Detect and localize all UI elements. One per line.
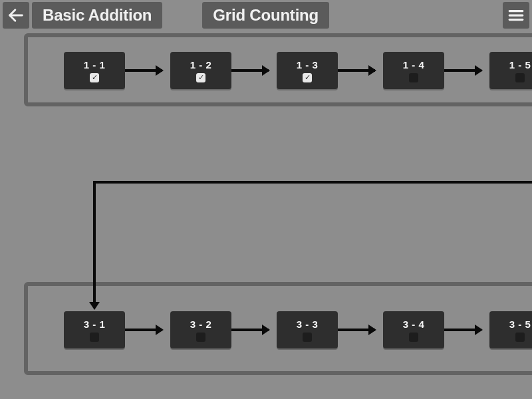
level-node-3-1[interactable]: 3 - 1: [64, 311, 125, 348]
menu-button[interactable]: [503, 2, 529, 29]
level-label: 1 - 2: [190, 59, 212, 70]
level-node-1-1[interactable]: 1 - 1 ✓: [64, 52, 125, 89]
level-map-stage: 1 - 1 ✓ 1 - 2 ✓ 1 - 3 ✓ 1 - 4 1 - 5 3 - …: [0, 0, 532, 399]
unchecked-box-icon: [515, 73, 525, 82]
level-node-3-2[interactable]: 3 - 2: [170, 311, 231, 348]
hamburger-icon: [507, 7, 525, 24]
level-node-1-2[interactable]: 1 - 2 ✓: [170, 52, 231, 89]
connector-arrow: [444, 329, 481, 331]
level-label: 1 - 4: [403, 59, 425, 70]
breadcrumb-parent[interactable]: Basic Addition: [32, 2, 162, 29]
checkmark-icon: ✓: [90, 73, 99, 82]
unchecked-box-icon: [409, 332, 418, 342]
checkmark-icon: ✓: [196, 73, 205, 82]
level-node-1-5[interactable]: 1 - 5: [489, 52, 532, 89]
connector-arrow: [338, 69, 375, 72]
level-label: 3 - 3: [297, 319, 319, 330]
level-label: 1 - 5: [509, 59, 531, 70]
connector-arrow: [338, 329, 375, 331]
level-node-3-5[interactable]: 3 - 5: [489, 311, 532, 348]
level-label: 3 - 2: [190, 319, 212, 330]
unchecked-box-icon: [90, 332, 99, 342]
level-node-1-3[interactable]: 1 - 3 ✓: [277, 52, 338, 89]
checkmark-icon: ✓: [303, 73, 312, 82]
unchecked-box-icon: [409, 73, 418, 82]
connector-arrow: [231, 69, 269, 72]
level-node-1-4[interactable]: 1 - 4: [383, 52, 444, 89]
unchecked-box-icon: [303, 332, 312, 342]
level-label: 3 - 5: [509, 319, 531, 330]
level-label: 3 - 4: [403, 319, 425, 330]
level-node-3-3[interactable]: 3 - 3: [277, 311, 338, 348]
level-node-3-4[interactable]: 3 - 4: [383, 311, 444, 348]
connector-arrow: [125, 69, 162, 72]
level-label: 1 - 1: [84, 59, 106, 70]
breadcrumb-current[interactable]: Grid Counting: [202, 2, 329, 29]
connector-line: [93, 181, 532, 184]
unchecked-box-icon: [196, 332, 205, 342]
level-label: 3 - 1: [84, 319, 106, 330]
back-button[interactable]: [3, 2, 29, 29]
arrow-left-icon: [7, 6, 25, 25]
level-label: 1 - 3: [297, 59, 319, 70]
header: Basic Addition Grid Counting: [0, 0, 532, 31]
connector-arrow-down: [89, 302, 100, 310]
unchecked-box-icon: [515, 332, 525, 342]
connector-line: [93, 181, 96, 303]
connector-arrow: [125, 329, 162, 331]
connector-arrow: [444, 69, 481, 72]
connector-arrow: [231, 329, 269, 331]
